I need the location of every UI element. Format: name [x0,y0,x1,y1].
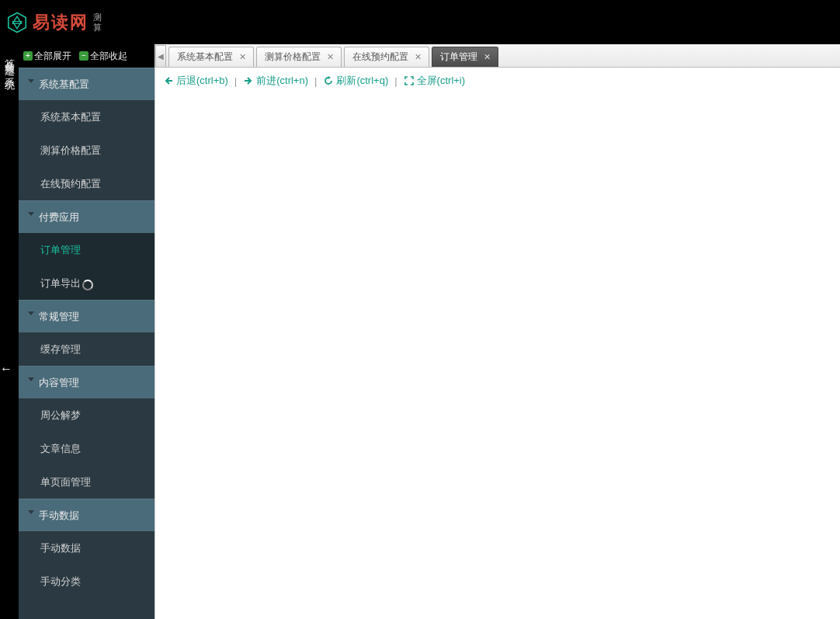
menu-item[interactable]: 周公解梦 [19,398,154,432]
menu-item-label: 订单导出 [40,276,81,290]
tab[interactable]: 订单管理✕ [432,47,498,67]
menu-item[interactable]: 在线预约配置 [19,167,154,200]
vertical-nav: 算命频道 系统 ← [0,44,19,619]
close-icon[interactable]: ✕ [238,53,247,62]
separator: | [314,75,317,87]
menu-item[interactable]: 单页面管理 [19,465,154,499]
fullscreen-icon [404,75,415,86]
close-icon[interactable]: ✕ [413,53,422,62]
separator: | [394,75,397,87]
menu-group[interactable]: 付费应用 [19,200,154,233]
menu-item-label: 单页面管理 [40,475,91,489]
sidebar: + 全部展开 − 全部收起 系统基配置系统基本配置测算价格配置在线预约配置付费应… [19,44,154,619]
back-button[interactable]: 后退(ctrl+b) [163,74,228,88]
menu-item-label: 测算价格配置 [40,144,101,158]
menu-item-label: 手动数据 [40,541,81,555]
menu-item-label: 文章信息 [40,442,81,456]
vnav-system[interactable]: 系统 [2,69,16,74]
menu-item-label: 订单管理 [40,243,81,257]
vnav-channel[interactable]: 算命频道 [2,50,16,60]
action-bar: 后退(ctrl+b) | 前进(ctrl+n) | 刷新(ctrl+q) | [155,68,840,94]
expand-all-button[interactable]: + 全部展开 [23,50,71,63]
arrow-left-icon [163,75,174,86]
forward-button[interactable]: 前进(ctrl+n) [243,74,308,88]
menu-group[interactable]: 手动数据 [19,499,154,531]
menu-item[interactable]: 订单导出 [19,266,154,300]
sidebar-toolbar: + 全部展开 − 全部收起 [19,44,154,68]
refresh-button[interactable]: 刷新(ctrl+q) [323,74,388,88]
refresh-icon [323,75,334,86]
menu-item[interactable]: 手动分类 [19,565,154,598]
tabs-bar: ◀ 系统基本配置✕测算价格配置✕在线预约配置✕订单管理✕ [155,44,840,68]
tab-label: 测算价格配置 [265,50,321,64]
menu-item[interactable]: 手动数据 [19,531,154,565]
app-header: 易读网 测 算 [0,0,840,44]
tab-label: 系统基本配置 [177,50,233,64]
svg-marker-2 [12,21,21,28]
menu-item[interactable]: 系统基本配置 [19,100,154,134]
tab[interactable]: 测算价格配置✕ [256,47,342,67]
minus-icon: − [79,51,89,61]
collapse-all-button[interactable]: − 全部收起 [79,50,127,63]
collapse-sidebar-icon[interactable]: ← [0,361,16,377]
svg-marker-1 [12,16,21,23]
tab[interactable]: 系统基本配置✕ [168,47,254,67]
logo-icon [6,12,28,33]
tab[interactable]: 在线预约配置✕ [344,47,429,67]
menu-item-label: 系统基本配置 [40,110,101,124]
loading-icon [82,280,93,290]
menu-item[interactable]: 文章信息 [19,432,154,465]
menu-item[interactable]: 缓存管理 [19,332,154,366]
arrow-right-icon [243,75,254,86]
logo-text: 易读网 [33,11,89,34]
close-icon[interactable]: ✕ [325,53,335,62]
menu-item[interactable]: 测算价格配置 [19,134,154,167]
main-panel: ◀ 系统基本配置✕测算价格配置✕在线预约配置✕订单管理✕ 后退(ctrl+b) … [154,44,840,619]
menu-group[interactable]: 常规管理 [19,300,154,332]
tab-label: 在线预约配置 [352,50,408,64]
menu-item[interactable]: 订单管理 [19,233,154,266]
menu-group[interactable]: 系统基配置 [19,68,154,100]
menu-item-label: 缓存管理 [40,343,81,356]
close-icon[interactable]: ✕ [482,53,491,62]
menu-group[interactable]: 内容管理 [19,366,154,398]
content-area [155,94,840,619]
tab-label: 订单管理 [440,50,477,64]
separator: | [234,75,237,87]
menu-item-label: 周公解梦 [40,409,81,423]
plus-icon: + [23,51,33,61]
tabs-scroll-left[interactable]: ◀ [155,45,166,67]
menu-item-label: 手动分类 [40,575,81,589]
menu-item-label: 在线预约配置 [40,177,101,191]
logo-subtitle: 测 算 [93,12,102,31]
fullscreen-button[interactable]: 全屏(ctrl+i) [404,74,465,88]
